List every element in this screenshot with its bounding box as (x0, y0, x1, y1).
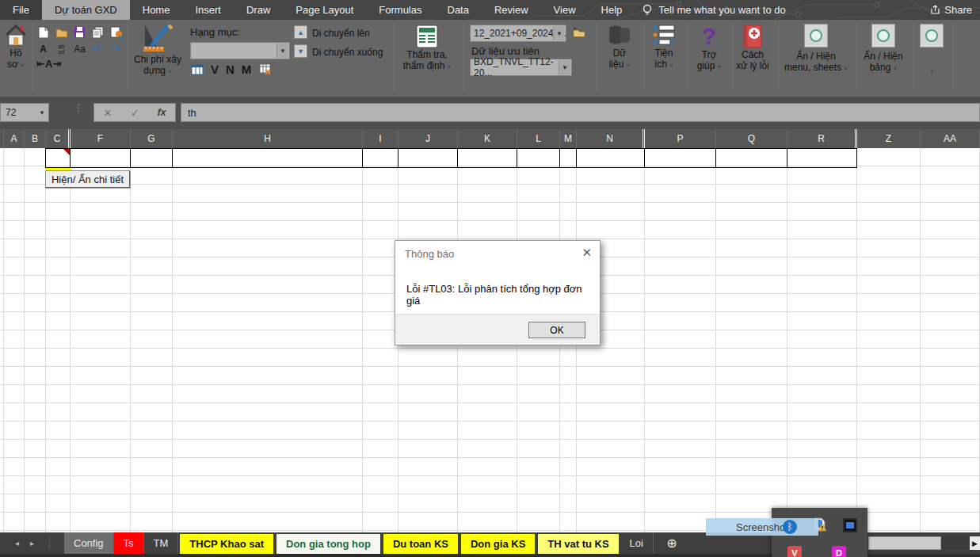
toggle-detail-button[interactable]: Hiện/ Ẩn chi tiết (45, 170, 130, 188)
toggle-v-button[interactable]: V (211, 63, 219, 76)
formula-input[interactable]: th (181, 103, 980, 122)
bordered-cell[interactable] (457, 148, 517, 168)
sheet-tab-du-toan-ks[interactable]: Du toan KS (382, 532, 459, 554)
tro-giup-button[interactable]: ? Trợ giúp ˅ (691, 24, 727, 73)
insert-function-icon[interactable]: fx (158, 107, 166, 118)
sheet-tab-ts[interactable]: Ts (114, 532, 144, 554)
column-header-N[interactable]: N (577, 129, 645, 148)
magenta-tray-icon[interactable]: D (832, 546, 846, 557)
ok-button[interactable]: OK (528, 322, 585, 338)
open-folder-icon[interactable] (55, 25, 68, 39)
bordered-cell[interactable] (70, 148, 131, 168)
ho-so-button[interactable]: Hồ sơ ˅ (2, 24, 30, 71)
display-tray-icon[interactable] (843, 518, 857, 532)
column-header-F[interactable]: F (71, 129, 131, 148)
formula-bar-handle[interactable]: ⋮ (74, 106, 83, 110)
name-box-dropdown-icon[interactable]: ▼ (39, 109, 45, 116)
column-header-K[interactable]: K (458, 129, 517, 148)
hang-muc-combobox[interactable]: ▼ (190, 42, 290, 59)
sheet-tab-don-gia-tong-hop[interactable]: Don gia tong hop (275, 532, 382, 554)
font-a-icon[interactable]: A (36, 42, 50, 55)
tab-review[interactable]: Review (482, 0, 541, 20)
tab-data[interactable]: Data (435, 0, 482, 20)
new-file-icon[interactable] (36, 25, 50, 39)
horizontal-scrollbar[interactable] (868, 536, 941, 550)
sheet-tab-config[interactable]: Config (64, 532, 114, 554)
tab-home[interactable]: Home (130, 0, 183, 20)
move-up-button[interactable]: ▲ (294, 25, 307, 39)
add-sheet-button[interactable]: ⊕ (654, 532, 690, 554)
cach-xu-ly-loi-button[interactable]: Cách xử lý lỗi (734, 24, 772, 71)
export-sheet-icon[interactable] (109, 25, 123, 39)
column-header-H[interactable]: H (173, 129, 363, 148)
red-v-tray-icon[interactable]: V (787, 546, 802, 557)
column-header-I[interactable]: I (363, 129, 398, 148)
bordered-cell[interactable] (559, 148, 577, 168)
save-icon[interactable] (73, 25, 86, 39)
name-box[interactable]: 72 ▼ (0, 103, 49, 122)
column-header-R[interactable]: R (787, 129, 857, 148)
sheet-tab-loi[interactable]: Loi (620, 532, 654, 554)
bordered-cell[interactable] (172, 148, 363, 168)
bordered-cell[interactable] (576, 148, 645, 168)
column-header-L[interactable]: L (517, 129, 560, 148)
bordered-cell[interactable] (787, 148, 857, 168)
tab-page-layout[interactable]: Page Layout (283, 0, 366, 20)
cancel-entry-icon[interactable]: ✕ (104, 107, 112, 119)
bluetooth-tray-icon[interactable]: ᛒ (783, 520, 797, 534)
undo-icon[interactable]: ↶ (91, 42, 105, 55)
tien-ich-button[interactable]: Tiện ích ˅ (646, 24, 682, 71)
sheet-tab-don-gia-ks[interactable]: Don gia KS (459, 532, 536, 554)
copy-sheets-icon[interactable] (91, 25, 105, 39)
share-button[interactable]: Share (930, 0, 972, 20)
column-header-A[interactable]: A (4, 129, 25, 148)
combo-arrow-icon[interactable]: ▼ (553, 26, 565, 40)
sheet-tab-tm[interactable]: TM (144, 532, 179, 554)
column-header-C[interactable]: C (46, 129, 71, 148)
an-hien-bang-button[interactable]: Ẩn / Hiện bảng ˅ (859, 24, 908, 74)
tell-me-box[interactable]: Tell me what you want to do (635, 0, 785, 20)
bordered-cell[interactable] (398, 148, 458, 168)
sheet-prev-icon[interactable]: ◂ (15, 539, 19, 547)
extra-toggle-button[interactable]: ˅ (916, 24, 948, 78)
bordered-cell[interactable] (130, 148, 173, 168)
move-down-button[interactable]: ▼ (294, 44, 307, 58)
combo-arrow-icon[interactable]: ▼ (559, 60, 570, 74)
bordered-cell[interactable] (362, 148, 398, 168)
sheet-tab-th-vat-tu-ks[interactable]: TH vat tu KS (536, 532, 620, 554)
bordered-cell[interactable] (715, 148, 787, 168)
tab-formulas[interactable]: Formulas (366, 0, 434, 20)
tab-insert[interactable]: Insert (182, 0, 234, 20)
column-header-M[interactable]: M (560, 129, 577, 148)
column-header-Q[interactable]: Q (716, 129, 787, 148)
combo-arrow-icon[interactable]: ▼ (276, 44, 288, 58)
scroll-right-icon[interactable]: ▶ (970, 536, 980, 550)
column-header-J[interactable]: J (398, 129, 458, 148)
toggle-n-button[interactable]: N (226, 63, 235, 76)
bordered-cell[interactable] (517, 148, 560, 168)
open-data-folder-icon[interactable] (572, 25, 585, 38)
confirm-entry-icon[interactable]: ✓ (131, 107, 139, 119)
sheet-tab-thcp-khao-sat[interactable]: THCP Khao sat (178, 532, 275, 554)
an-hien-menu-button[interactable]: Ẩn / Hiện menu, sheets ˅ (783, 24, 849, 74)
column-header-AA[interactable]: AA (921, 129, 980, 148)
column-header-Z[interactable]: Z (857, 129, 921, 148)
tab-file[interactable]: File (0, 0, 42, 20)
tab-view[interactable]: View (541, 0, 589, 20)
chi-phi-xay-dung-button[interactable]: Chi phí xây dựng ˅ (131, 22, 185, 78)
abcd-icon[interactable]: abcd (55, 42, 68, 55)
du-lieu-button[interactable]: Dữ liệu ˅ (600, 24, 639, 71)
column-header-P[interactable]: P (645, 129, 716, 148)
toggle-m-button[interactable]: M (242, 63, 252, 76)
column-header-G[interactable]: G (131, 129, 173, 148)
tab-help[interactable]: Help (589, 0, 635, 20)
redo-icon[interactable]: ↷ (109, 42, 123, 55)
sheet-next-icon[interactable]: ▸ (30, 539, 34, 547)
price-data-combobox[interactable]: BXD_TNVL_TT12-20... ▼ (470, 59, 572, 76)
table-edit-icon[interactable] (258, 63, 272, 76)
tab-draw[interactable]: Draw (234, 0, 283, 20)
aa-icon[interactable]: Aa (73, 42, 86, 55)
tab-du-toan-gxd[interactable]: Dự toán GXD (42, 0, 130, 20)
spread-text-icon[interactable]: ⇤A⇥ (36, 58, 61, 70)
column-header-B[interactable]: B (25, 129, 46, 148)
